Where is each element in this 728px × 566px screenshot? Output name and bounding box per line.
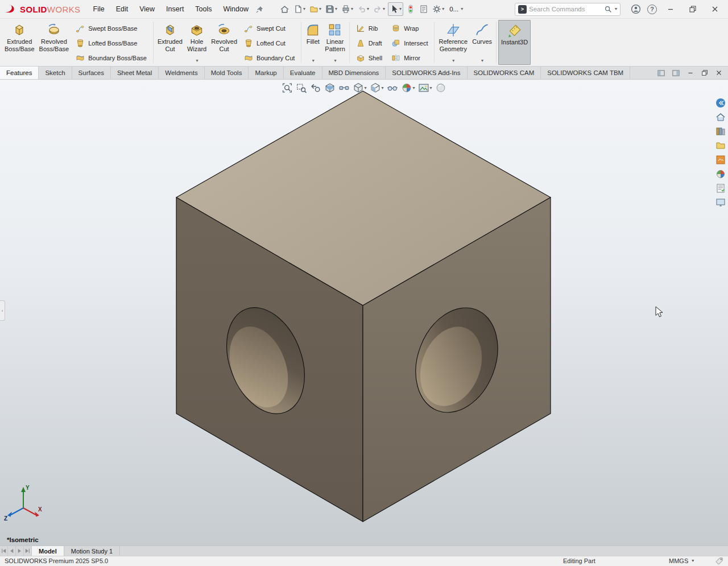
restore-button[interactable] xyxy=(684,2,701,16)
motion-study-tab[interactable]: Motion Study 1 xyxy=(64,546,120,556)
part-model[interactable] xyxy=(0,80,728,546)
close-button[interactable] xyxy=(706,2,723,16)
reference-geometry-button[interactable]: Reference Geometry ▾ xyxy=(436,20,470,65)
pin-menubar-icon[interactable] xyxy=(255,5,264,14)
tab-solidworks-cam-tbm[interactable]: SOLIDWORKS CAM TBM xyxy=(541,67,630,79)
select-button[interactable]: ▾ xyxy=(388,2,403,16)
resources-screen-icon[interactable] xyxy=(714,196,727,209)
menu-insert[interactable]: Insert xyxy=(160,2,189,16)
tab-scroll-prev-button[interactable] xyxy=(8,546,16,556)
select-dropdown-icon[interactable]: ▾ xyxy=(399,7,402,11)
mirror-button[interactable]: Mirror xyxy=(391,53,428,63)
rib-button[interactable]: Rib xyxy=(356,23,382,34)
save-button[interactable]: ▾ xyxy=(324,2,338,16)
redo-button[interactable]: ▾ xyxy=(372,2,386,16)
tab-solidworks-cam[interactable]: SOLIDWORKS CAM xyxy=(468,67,541,79)
search-dropdown-icon[interactable]: ▾ xyxy=(615,7,617,11)
user-account-button[interactable] xyxy=(630,2,642,16)
view-settings-icon[interactable] xyxy=(435,82,447,94)
design-library-icon[interactable] xyxy=(714,125,727,138)
zoom-to-area-icon[interactable] xyxy=(295,82,307,94)
search-input[interactable] xyxy=(529,6,602,13)
new-dropdown-icon[interactable]: ▾ xyxy=(303,7,305,11)
doc-close-button[interactable] xyxy=(715,69,723,77)
apply-scene-dropdown-icon[interactable]: ▾ xyxy=(430,86,432,90)
save-dropdown-icon[interactable]: ▾ xyxy=(335,7,337,11)
tab-sketch[interactable]: Sketch xyxy=(39,67,72,79)
menu-tools[interactable]: Tools xyxy=(189,2,217,16)
tab-weldments[interactable]: Weldments xyxy=(159,67,204,79)
swept-cut-button[interactable]: Swept Cut xyxy=(244,23,295,34)
revolved-boss-base-button[interactable]: Revolved Boss/Base xyxy=(37,20,72,65)
display-style-icon[interactable]: ▾ xyxy=(369,82,384,94)
print-dropdown-icon[interactable]: ▾ xyxy=(351,7,353,11)
hole-wizard-dropdown-icon[interactable]: ▾ xyxy=(196,59,198,63)
rebuild-count-dropdown-icon[interactable]: ▾ xyxy=(461,7,463,11)
help-button[interactable]: ? xyxy=(647,5,657,14)
resources-home-icon[interactable] xyxy=(714,111,727,123)
tab-scroll-last-button[interactable] xyxy=(24,546,32,556)
doc-minimize-button[interactable] xyxy=(686,69,694,77)
menu-file[interactable]: File xyxy=(88,2,110,16)
tab-scroll-next-button[interactable] xyxy=(16,546,24,556)
lofted-cut-button[interactable]: Lofted Cut xyxy=(244,38,295,48)
edit-appearance-dropdown-icon[interactable]: ▾ xyxy=(413,86,415,90)
tab-scroll-first-button[interactable] xyxy=(0,546,8,556)
new-document-button[interactable]: ▾ xyxy=(292,2,307,16)
tab-features[interactable]: Features xyxy=(0,67,39,79)
units-dropdown-icon[interactable]: ▾ xyxy=(692,559,694,563)
hole-wizard-button[interactable]: Hole Wizard ▾ xyxy=(185,20,209,65)
fillet-button[interactable]: Fillet ▾ xyxy=(303,20,322,65)
linear-pattern-button[interactable]: Linear Pattern ▾ xyxy=(322,20,347,65)
redo-dropdown-icon[interactable]: ▾ xyxy=(383,7,385,11)
linear-pattern-dropdown-icon[interactable]: ▾ xyxy=(334,59,337,63)
draft-button[interactable]: Draft xyxy=(356,38,382,48)
tab-surfaces[interactable]: Surfaces xyxy=(72,67,111,79)
menu-edit[interactable]: Edit xyxy=(110,2,134,16)
edit-appearance-icon[interactable]: ▾ xyxy=(401,82,416,94)
view-palette-icon[interactable] xyxy=(714,154,727,166)
status-tag-icon[interactable] xyxy=(715,557,723,565)
intersect-button[interactable]: Intersect xyxy=(391,38,428,48)
display-style-dropdown-icon[interactable]: ▾ xyxy=(381,86,383,90)
file-explorer-icon[interactable] xyxy=(714,139,727,152)
search-commands-box[interactable]: > ▾ xyxy=(515,3,621,16)
reference-geometry-dropdown-icon[interactable]: ▾ xyxy=(452,59,454,63)
tab-mold-tools[interactable]: Mold Tools xyxy=(205,67,249,79)
featuremanager-collapsed-tab[interactable]: ‹ xyxy=(0,300,5,321)
revolved-cut-button[interactable]: Revolved Cut xyxy=(209,20,239,65)
rebuild-button[interactable] xyxy=(405,2,416,16)
swept-boss-base-button[interactable]: Swept Boss/Base xyxy=(76,23,147,34)
file-properties-button[interactable] xyxy=(418,2,429,16)
model-tab[interactable]: Model xyxy=(32,546,64,556)
boundary-cut-button[interactable]: Boundary Cut xyxy=(244,53,295,63)
curves-button[interactable]: Curves ▾ xyxy=(470,20,494,65)
appearances-scenes-icon[interactable] xyxy=(714,168,727,180)
tab-evaluate[interactable]: Evaluate xyxy=(284,67,322,79)
minimize-button[interactable] xyxy=(662,2,679,16)
view-orientation-icon[interactable]: ▾ xyxy=(352,82,367,94)
menu-view[interactable]: View xyxy=(134,2,160,16)
extruded-boss-base-button[interactable]: Extruded Boss/Base xyxy=(2,20,37,65)
apply-scene-icon[interactable]: ▾ xyxy=(418,82,433,94)
tab-solidworks-add-ins[interactable]: SOLIDWORKS Add-Ins xyxy=(386,67,467,79)
curves-dropdown-icon[interactable]: ▾ xyxy=(481,59,483,63)
graphics-area[interactable]: ▾ ▾ ▾ ▾ ‹ Y X xyxy=(0,80,728,546)
instant3d-button[interactable]: Instant3D xyxy=(498,20,531,65)
boundary-boss-base-button[interactable]: Boundary Boss/Base xyxy=(76,53,147,63)
view-orientation-dropdown-icon[interactable]: ▾ xyxy=(364,86,366,90)
pane-left-icon[interactable] xyxy=(657,69,665,77)
hide-show-items-icon[interactable] xyxy=(387,82,399,94)
extruded-cut-button[interactable]: Extruded Cut xyxy=(155,20,185,65)
tab-mbd-dimensions[interactable]: MBD Dimensions xyxy=(322,67,386,79)
lofted-boss-base-button[interactable]: Lofted Boss/Base xyxy=(76,38,147,48)
previous-view-icon[interactable] xyxy=(309,82,321,94)
tab-sheet-metal[interactable]: Sheet Metal xyxy=(111,67,159,79)
open-button[interactable]: ▾ xyxy=(308,2,322,16)
zoom-to-fit-icon[interactable] xyxy=(281,82,293,94)
shell-button[interactable]: Shell xyxy=(356,53,382,63)
units-selector[interactable]: MMGS ▾ xyxy=(669,557,694,564)
options-button[interactable]: ▾ xyxy=(431,2,445,16)
print-button[interactable]: ▾ xyxy=(340,2,354,16)
doc-restore-button[interactable] xyxy=(701,69,709,77)
